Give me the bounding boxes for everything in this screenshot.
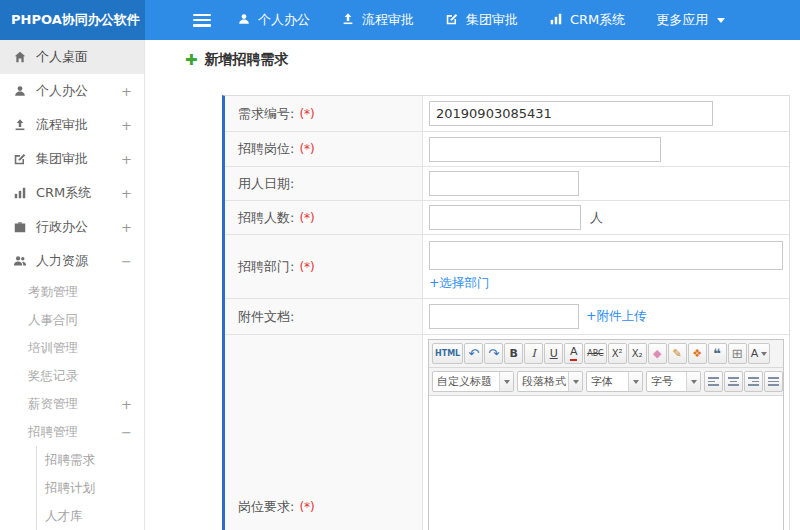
paragraph-select-value: 段落格式 — [518, 374, 568, 389]
table-button[interactable]: ⊞ — [728, 343, 747, 364]
label-text: 招聘人数: — [238, 209, 294, 227]
expand-toggle[interactable]: + — [121, 397, 132, 412]
paragraph-format-select[interactable]: 段落格式 — [517, 371, 583, 392]
text-color-label: A — [751, 347, 759, 360]
sidebar-item-workflow-approval[interactable]: 流程审批 + — [0, 108, 144, 142]
size-select-value: 字号 — [647, 374, 677, 389]
sidebar-sub-attendance[interactable]: 考勤管理 — [0, 278, 144, 306]
hire-date-input[interactable] — [429, 171, 579, 196]
required-mark: (*) — [299, 260, 314, 274]
label-text: 招聘部门: — [238, 258, 294, 276]
redo-button[interactable]: ↷ — [484, 343, 503, 364]
sidebar-item-group-approval[interactable]: 集团审批 + — [0, 142, 144, 176]
sidebar-item-label: 招聘需求 — [45, 452, 95, 469]
nav-crm[interactable]: CRM系统 — [549, 11, 625, 29]
font-color-button[interactable]: A — [564, 343, 583, 364]
nav-label: 更多应用 — [656, 11, 708, 29]
align-left-button[interactable] — [704, 371, 723, 392]
select-department-link[interactable]: +选择部门 — [429, 275, 489, 292]
chevron-down-icon — [499, 372, 513, 391]
nav-label: 流程审批 — [362, 11, 414, 29]
bold-button[interactable]: B — [504, 343, 523, 364]
user-icon — [12, 84, 27, 99]
expand-toggle[interactable]: + — [121, 186, 132, 201]
font-family-select[interactable]: 字体 — [586, 371, 643, 392]
sidebar-item-hr[interactable]: 人力资源 − — [0, 244, 144, 278]
nav-label: CRM系统 — [570, 11, 625, 29]
chevron-down-icon — [717, 18, 725, 23]
highlight-color-button[interactable]: ❖ — [688, 343, 707, 364]
bar-chart-icon — [12, 186, 27, 201]
sidebar-sub-hr-contract[interactable]: 人事合同 — [0, 306, 144, 334]
sidebar-sub-salary[interactable]: 薪资管理 + — [0, 390, 144, 418]
sidebar-sub2-recruit-demand[interactable]: 招聘需求 — [37, 446, 144, 474]
chevron-down-icon — [761, 352, 767, 356]
recruitment-form: 需求编号: (*) 招聘岗位: (*) 用人 — [222, 95, 790, 530]
sidebar-item-personal-office[interactable]: 个人办公 + — [0, 74, 144, 108]
nav-group-approval[interactable]: 集团审批 — [445, 11, 518, 29]
sidebar-item-personal-desktop[interactable]: 个人桌面 — [0, 40, 144, 74]
sidebar-item-admin-office[interactable]: 行政办公 + — [0, 210, 144, 244]
nav-label: 集团审批 — [466, 11, 518, 29]
font-size-select[interactable]: 字号 — [646, 371, 701, 392]
sidebar-item-label: 流程审批 — [36, 116, 88, 134]
editor-toolbar-row1: HTML ↶ ↷ B I U A ABC X² X₂ ◆ ✎ ❖ — [429, 340, 783, 368]
sidebar-sub2-talent-pool[interactable]: 人才库 — [37, 502, 144, 530]
sidebar-item-crm[interactable]: CRM系统 + — [0, 176, 144, 210]
expand-toggle[interactable]: + — [121, 84, 132, 99]
subscript-button[interactable]: X₂ — [628, 343, 647, 364]
expand-toggle[interactable]: + — [121, 152, 132, 167]
editor-toolbar-row2: 自定义标题 段落格式 字体 — [429, 368, 783, 396]
strikethrough-button[interactable]: ABC — [584, 343, 606, 364]
nav-workflow-approval[interactable]: 流程审批 — [341, 11, 414, 29]
align-center-button[interactable] — [724, 371, 743, 392]
collapse-toggle[interactable]: − — [121, 425, 132, 440]
field-label: 招聘人数: (*) — [225, 201, 423, 234]
expand-toggle[interactable]: + — [121, 118, 132, 133]
blockquote-button[interactable]: ❝ — [708, 343, 727, 364]
format-painter-button[interactable]: ✎ — [668, 343, 687, 364]
sidebar-sub-recruitment[interactable]: 招聘管理 − — [0, 418, 144, 446]
sidebar-sub-training[interactable]: 培训管理 — [0, 334, 144, 362]
text-color-dropdown[interactable]: A — [748, 343, 771, 364]
editor-content[interactable] — [429, 396, 783, 530]
position-input[interactable] — [429, 137, 661, 162]
align-right-button[interactable] — [744, 371, 763, 392]
html-source-button[interactable]: HTML — [432, 343, 463, 364]
req-no-input[interactable] — [429, 101, 713, 126]
chevron-down-icon — [686, 372, 700, 391]
head-count-input[interactable] — [429, 205, 581, 230]
briefcase-icon — [12, 220, 27, 235]
sidebar-sub2-recruit-plan[interactable]: 招聘计划 — [37, 474, 144, 502]
underline-button[interactable]: U — [544, 343, 563, 364]
eraser-button[interactable]: ◆ — [648, 343, 667, 364]
font-color-label: A — [570, 346, 578, 360]
sidebar-sub-reward-punishment[interactable]: 奖惩记录 — [0, 362, 144, 390]
upload-icon — [341, 12, 355, 29]
nav-more-apps[interactable]: 更多应用 — [656, 11, 725, 29]
superscript-button[interactable]: X² — [608, 343, 627, 364]
sidebar-item-label: CRM系统 — [36, 184, 91, 202]
home-icon — [12, 50, 27, 65]
sidebar: 个人桌面 个人办公 + 流程审批 + 集团审批 + CRM系统 + 行政办公 + — [0, 40, 145, 530]
font-select-value: 字体 — [587, 374, 617, 389]
field-label: 需求编号: (*) — [225, 96, 423, 131]
heading-select[interactable]: 自定义标题 — [432, 371, 514, 392]
italic-button[interactable]: I — [524, 343, 543, 364]
undo-button[interactable]: ↶ — [464, 343, 483, 364]
attachment-input[interactable] — [429, 304, 579, 329]
align-center-icon — [728, 377, 739, 386]
sidebar-item-label: 个人办公 — [36, 82, 88, 100]
page-title: ✚ 新增招聘需求 — [185, 51, 289, 69]
department-textarea[interactable] — [429, 241, 783, 270]
top-nav: 个人办公 流程审批 集团审批 CRM系统 更多应用 — [237, 11, 756, 29]
hamburger-icon[interactable] — [193, 14, 211, 27]
align-justify-button[interactable] — [764, 371, 783, 392]
attachment-upload-link[interactable]: +附件上传 — [586, 308, 646, 325]
nav-personal-office[interactable]: 个人办公 — [237, 11, 310, 29]
collapse-toggle[interactable]: − — [121, 254, 132, 269]
expand-toggle[interactable]: + — [121, 220, 132, 235]
sidebar-item-label: 考勤管理 — [28, 284, 78, 301]
field-label: 招聘岗位: (*) — [225, 132, 423, 166]
form-row-department: 招聘部门: (*) +选择部门 — [225, 235, 789, 299]
